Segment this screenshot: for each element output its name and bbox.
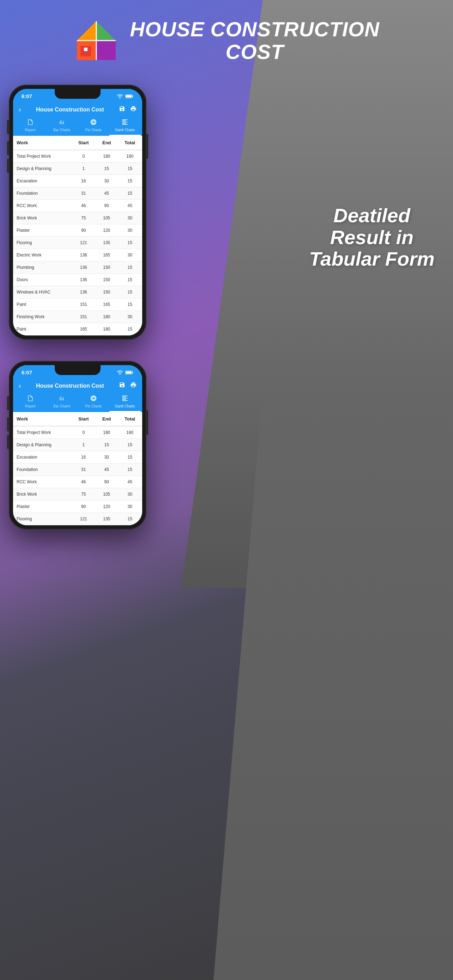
cell-end: 90 <box>95 200 118 212</box>
table-row: Foundation 31 45 15 <box>13 463 142 476</box>
cell-start: 75 <box>71 212 95 224</box>
tab-bar-1: Report Bar Charts Pie Charts <box>13 116 142 136</box>
table-row: Plaster 90 120 30 <box>13 224 142 237</box>
app-nav-1: ‹ House Construction Cost <box>13 102 142 116</box>
cell-work: Paint <box>13 323 71 336</box>
cell-end: 135 <box>95 513 118 525</box>
tab-pie-charts-1[interactable]: Pie Charts <box>78 116 110 136</box>
back-button-1[interactable]: ‹ <box>19 105 21 114</box>
phone-notch-1 <box>55 89 100 99</box>
cell-total: 30 <box>118 212 142 224</box>
table-row: Excavation 16 30 15 <box>13 175 142 187</box>
col-header-total-1: Total <box>118 136 142 150</box>
table-row: Flooring 121 135 15 <box>13 513 142 525</box>
nav-actions-2 <box>119 382 137 390</box>
table-row: Paint 165 180 15 <box>13 323 142 336</box>
cell-work: Brick Work <box>13 212 71 224</box>
cell-end: 120 <box>95 501 118 513</box>
data-table-container-2: Work Start End Total Total Project Work … <box>13 412 142 525</box>
data-table-container-1: Work Start End Total Total Project Work … <box>13 136 142 336</box>
cell-total: 30 <box>118 249 142 261</box>
cell-start: 165 <box>71 323 95 336</box>
table-row: Electric Work 136 165 30 <box>13 249 142 261</box>
battery-icon-2 <box>125 370 134 375</box>
cell-total: 15 <box>118 298 142 311</box>
table-row: Design & Planning 1 15 15 <box>13 162 142 175</box>
tab-gantt-charts-2[interactable]: Gantt Charts <box>110 393 141 412</box>
tab-bar-charts-1[interactable]: Bar Charts <box>46 116 78 136</box>
phone-screen-1: 6:07 <box>13 89 142 336</box>
cell-work: Finishing Work <box>13 311 71 323</box>
cell-work: Plaster <box>13 224 71 237</box>
table-row: Brick Work 75 105 30 <box>13 488 142 501</box>
cell-work: RCC Work <box>13 200 71 212</box>
cell-start: 136 <box>71 261 95 274</box>
tab-report-2[interactable]: Report <box>14 393 46 412</box>
cell-start: 136 <box>71 274 95 286</box>
tab-report-1[interactable]: Report <box>14 116 46 136</box>
tab-pie-charts-2[interactable]: Pie Charts <box>78 393 110 412</box>
table-row: Plaster 90 120 30 <box>13 501 142 513</box>
cell-end: 135 <box>95 237 118 249</box>
svg-rect-11 <box>132 95 134 97</box>
cell-start: 121 <box>71 513 95 525</box>
cell-start: 90 <box>71 501 95 513</box>
data-table-2: Work Start End Total Total Project Work … <box>13 412 142 525</box>
feature-text: Deatiled Result in Tabular Form <box>301 205 442 270</box>
print-icon-1[interactable] <box>130 105 137 114</box>
svg-rect-4 <box>96 41 116 60</box>
cell-start: 121 <box>71 237 95 249</box>
gantt-chart-icon-2 <box>121 395 129 404</box>
back-button-2[interactable]: ‹ <box>19 382 21 390</box>
feature-text-content: Deatiled Result in Tabular Form <box>301 205 442 270</box>
gantt-chart-icon-1 <box>121 119 129 127</box>
col-header-start-2: Start <box>71 412 95 426</box>
bar-chart-icon-2 <box>58 395 65 404</box>
save-icon-1[interactable] <box>119 105 125 114</box>
pie-chart-icon-1 <box>90 119 97 127</box>
cell-total: 15 <box>118 274 142 286</box>
app-nav-2: ‹ House Construction Cost <box>13 378 142 393</box>
cell-total: 15 <box>118 261 142 274</box>
phone-notch-2 <box>55 365 100 375</box>
print-icon-2[interactable] <box>130 382 137 390</box>
table-row: Paint 151 165 15 <box>13 298 142 311</box>
tab-gantt-charts-1[interactable]: Gantt Charts <box>110 116 141 136</box>
cell-work: Paint <box>13 298 71 311</box>
svg-marker-1 <box>77 21 96 41</box>
svg-marker-3 <box>96 21 116 41</box>
cell-end: 105 <box>95 212 118 224</box>
cell-work: Electric Work <box>13 249 71 261</box>
pie-chart-icon-2 <box>90 395 97 404</box>
cell-work: Foundation <box>13 187 71 200</box>
tab-bar-charts-label-1: Bar Charts <box>53 128 70 132</box>
cell-end: 45 <box>95 187 118 200</box>
cell-work: Excavation <box>13 175 71 187</box>
tab-bar-charts-label-2: Bar Charts <box>53 404 70 408</box>
svg-rect-12 <box>126 95 131 97</box>
cell-total: 15 <box>118 175 142 187</box>
cell-end: 15 <box>95 439 118 451</box>
cell-start: 31 <box>71 187 95 200</box>
cell-total: 30 <box>118 311 142 323</box>
cell-total: 15 <box>118 237 142 249</box>
table-row: RCC Work 46 90 45 <box>13 476 142 488</box>
phone-screen-2: 6:07 <box>13 365 142 525</box>
table-row: Windows & HVAC 136 150 15 <box>13 286 142 298</box>
cell-start: 1 <box>71 439 95 451</box>
cell-total: 45 <box>118 476 142 488</box>
col-header-work-1: Work <box>13 136 71 150</box>
cell-total: 15 <box>118 286 142 298</box>
svg-point-9 <box>119 98 121 99</box>
tab-bar-charts-2[interactable]: Bar Charts <box>46 393 78 412</box>
cell-end: 165 <box>95 298 118 311</box>
cell-total: 15 <box>118 513 142 525</box>
cell-start: 90 <box>71 224 95 237</box>
save-icon-2[interactable] <box>119 382 125 390</box>
tab-report-label-1: Report <box>25 128 36 132</box>
svg-rect-15 <box>132 372 134 373</box>
table-row: RCC Work 46 90 45 <box>13 200 142 212</box>
cell-total: 15 <box>118 323 142 336</box>
cell-work: Flooring <box>13 513 71 525</box>
cell-work: Brick Work <box>13 488 71 501</box>
